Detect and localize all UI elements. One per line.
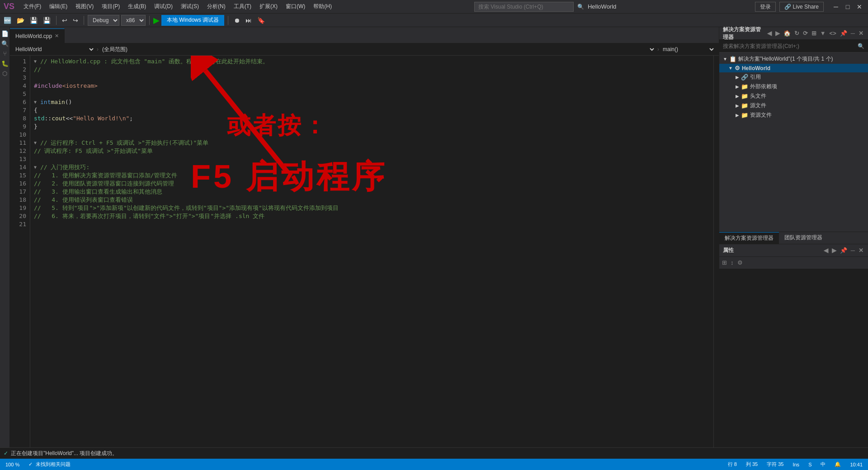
menu-item-项目[interactable]: 项目(P) (98, 2, 123, 11)
status-row[interactable]: 行 8 (726, 461, 739, 468)
panel-code-icon[interactable]: <> (829, 29, 837, 37)
menu-item-生成[interactable]: 生成(B) (124, 2, 150, 11)
panel-close-icon[interactable]: ✕ (858, 29, 864, 37)
tab-team-explorer[interactable]: 团队资源管理器 (779, 232, 828, 244)
tree-chevron[interactable]: ▶ (736, 94, 739, 99)
platform-dropdown[interactable]: x86 (121, 15, 146, 26)
editor-scrollbar[interactable] (713, 56, 719, 447)
scope-dropdown[interactable]: (全局范围) (100, 44, 656, 54)
collapse-icon[interactable]: ▼ (34, 139, 39, 147)
status-ins[interactable]: Ins (791, 462, 801, 467)
tab-solution-explorer[interactable]: 解决方案资源管理器 (719, 232, 779, 244)
minimize-button[interactable]: ─ (831, 2, 841, 12)
menu-item-分析[interactable]: 分析(N) (203, 2, 229, 11)
panel-refresh-icon[interactable]: ⟳ (802, 29, 809, 37)
maximize-button[interactable]: □ (843, 2, 853, 12)
prop-minus-icon[interactable]: ─ (850, 247, 856, 254)
prop-grid-icon[interactable]: ⊞ (721, 259, 728, 266)
menu-item-调试[interactable]: 调试(D) (151, 2, 176, 11)
menu-item-编辑[interactable]: 编辑(E) (46, 2, 71, 11)
tree-item-label: HelloWorld (742, 65, 770, 71)
code-content[interactable]: ▼// HelloWorld.cpp : 此文件包含 "main" 函数。程序执… (30, 56, 713, 447)
editor-tab-helloworld[interactable]: HelloWorld.cpp ✕ (10, 28, 65, 43)
panel-back-icon[interactable]: ◀ (766, 29, 773, 37)
prop-forward-icon[interactable]: ▶ (831, 247, 837, 254)
tree-item[interactable]: ▼📋解决方案"HelloWorld"(1 个项目/共 1 个) (719, 54, 868, 64)
tree-chevron[interactable]: ▶ (736, 84, 739, 89)
activity-git-icon[interactable]: ⑂ (0, 49, 9, 58)
menu-item-工具[interactable]: 工具(T) (230, 2, 255, 11)
tree-item[interactable]: ▶📁外部依赖项 (719, 82, 868, 91)
tree-item[interactable]: ▶📁源文件 (719, 101, 868, 110)
code-editor[interactable]: 1 2 3 4 5 6 7 8 9 10 11 12 13 14 15 16 1… (10, 56, 719, 447)
toolbar-step-btn[interactable]: ⏭ (244, 15, 254, 26)
solution-tree[interactable]: ▼📋解决方案"HelloWorld"(1 个项目/共 1 个)▼⚙HelloWo… (719, 52, 868, 232)
toolbar-bookmark-btn[interactable]: 🔖 (255, 15, 267, 26)
tree-chevron[interactable]: ▼ (728, 66, 733, 71)
prop-settings-icon[interactable]: ⚙ (736, 259, 744, 266)
toolbar-breakpoint-btn[interactable]: ⏺ (232, 15, 242, 26)
menu-item-视图[interactable]: 视图(V) (72, 2, 97, 11)
global-search-input[interactable] (474, 2, 574, 12)
collapse-icon[interactable]: ▼ (34, 163, 39, 171)
panel-pin-icon[interactable]: 📌 (839, 29, 848, 37)
live-share-icon: 🔗 (784, 4, 791, 10)
menu-item-窗口[interactable]: 窗口(W) (282, 2, 309, 11)
code-line (34, 90, 710, 98)
toolbar-redo-btn[interactable]: ↪ (71, 15, 80, 26)
collapse-icon[interactable]: ▼ (34, 57, 39, 66)
toolbar-undo-btn[interactable]: ↩ (60, 15, 69, 26)
file-scope-dropdown[interactable]: HelloWorld (14, 44, 95, 54)
tree-chevron[interactable]: ▶ (736, 103, 739, 108)
status-no-issues[interactable]: ✓ 未找到相关问题 (27, 461, 72, 468)
tree-chevron[interactable]: ▶ (736, 113, 739, 118)
tree-chevron[interactable]: ▶ (736, 75, 739, 80)
activity-extensions-icon[interactable]: ⬡ (0, 69, 9, 78)
function-dropdown[interactable]: main() (661, 44, 715, 54)
run-icon[interactable]: ▶ (153, 15, 160, 25)
debug-config-dropdown[interactable]: Debug (88, 15, 119, 26)
activity-search-icon[interactable]: 🔍 (0, 39, 9, 48)
tree-item[interactable]: ▼⚙HelloWorld (719, 64, 868, 72)
toolbar-save-btn[interactable]: 💾 (28, 15, 39, 26)
tree-item[interactable]: ▶🔗引用 (719, 72, 868, 82)
live-share-button[interactable]: 🔗 Live Share (779, 2, 824, 12)
menu-item-文件[interactable]: 文件(F) (20, 2, 45, 11)
tree-item[interactable]: ▶📁头文件 (719, 91, 868, 101)
status-char[interactable]: 字符 35 (765, 461, 785, 468)
toolbar-sep-3 (149, 16, 150, 25)
prop-close-icon[interactable]: ✕ (858, 247, 864, 254)
prop-pin-icon[interactable]: 📌 (839, 247, 848, 254)
tree-item[interactable]: ▶📁资源文件 (719, 110, 868, 120)
status-col[interactable]: 列 35 (744, 461, 760, 468)
prop-back-icon[interactable]: ◀ (823, 247, 829, 254)
panel-minus-icon[interactable]: ─ (850, 29, 856, 37)
prop-sort-icon[interactable]: ↕ (730, 259, 735, 266)
menu-item-帮助[interactable]: 帮助(H) (310, 2, 335, 11)
solution-search-icon: 🔍 (858, 43, 864, 49)
panel-home-icon[interactable]: 🏠 (783, 29, 792, 37)
close-button[interactable]: ✕ (854, 2, 864, 12)
toolbar-open-btn[interactable]: 📂 (15, 15, 26, 26)
code-line: // 5. 转到"项目">"添加新项"以创建新的代码文件，或转到"项目">"添加… (34, 204, 710, 212)
activity-files-icon[interactable]: 📄 (0, 29, 9, 38)
panel-forward-icon[interactable]: ▶ (774, 29, 781, 37)
panel-filter-icon[interactable]: ▼ (819, 29, 827, 37)
solution-search-input[interactable] (723, 43, 858, 49)
toolbar-new-btn[interactable]: 🆕 (2, 15, 13, 26)
activity-debug-icon[interactable]: 🐛 (0, 59, 9, 68)
solution-explorer-header: 解决方案资源管理器 ◀ ▶ 🏠 ↻ ⟳ ⊞ ▼ <> 📌 ─ ✕ (719, 27, 868, 40)
panel-show-all-icon[interactable]: ⊞ (811, 29, 817, 37)
title-bar-center: 🔍 HelloWorld (474, 2, 616, 12)
toolbar-save-all-btn[interactable]: 💾 (41, 15, 52, 26)
tree-chevron[interactable]: ▼ (723, 57, 727, 62)
panel-sync-icon[interactable]: ↻ (793, 29, 800, 37)
login-button[interactable]: 登录 (755, 2, 776, 12)
status-zoom[interactable]: 100 % (4, 462, 21, 467)
menu-item-测试[interactable]: 测试(S) (177, 2, 203, 11)
run-button[interactable]: 本地 Windows 调试器 (161, 15, 224, 26)
tab-close-icon[interactable]: ✕ (55, 33, 59, 39)
code-line: ▼// HelloWorld.cpp : 此文件包含 "main" 函数。程序执… (34, 57, 710, 66)
menu-item-扩展[interactable]: 扩展(X) (256, 2, 281, 11)
collapse-icon[interactable]: ▼ (34, 98, 39, 106)
